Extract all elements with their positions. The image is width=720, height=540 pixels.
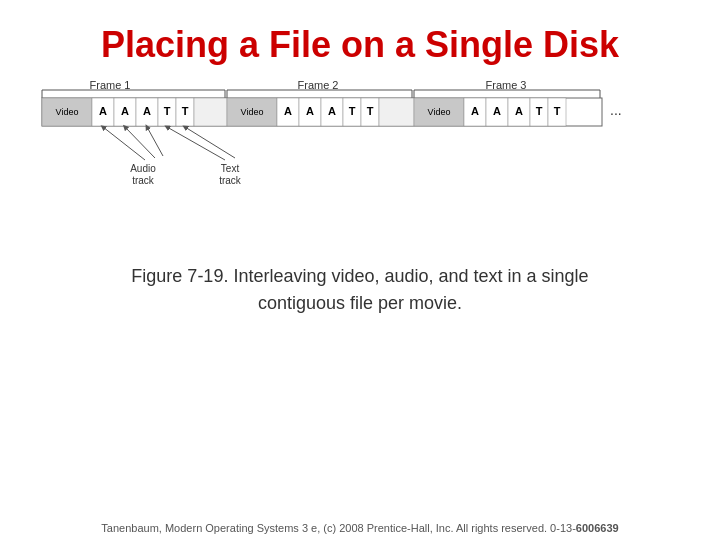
svg-text:A: A [99,105,107,117]
svg-text:Video: Video [428,107,451,117]
footer: Tanenbaum, Modern Operating Systems 3 e,… [0,522,720,534]
svg-text:A: A [143,105,151,117]
svg-text:T: T [554,105,561,117]
page-title: Placing a File on a Single Disk [0,0,720,76]
svg-rect-22 [194,98,227,126]
svg-line-48 [103,127,145,160]
text-track-label: Text [221,163,240,174]
svg-line-51 [167,127,225,160]
svg-text:A: A [515,105,523,117]
svg-text:T: T [349,105,356,117]
ellipsis: ... [610,102,622,118]
audio-track-label: Audio [130,163,156,174]
svg-text:T: T [164,105,171,117]
diagram-svg: Frame 1 Frame 2 Frame 3 Video A A A T T [30,80,690,255]
svg-text:A: A [306,105,314,117]
diagram-container: Frame 1 Frame 2 Frame 3 Video A A A T T [0,80,720,255]
svg-text:track: track [219,175,242,186]
svg-rect-35 [379,98,414,126]
svg-line-52 [185,127,235,158]
caption: Figure 7-19. Interleaving video, audio, … [0,263,720,317]
frame3-label: Frame 3 [486,80,527,91]
svg-text:A: A [328,105,336,117]
svg-line-49 [125,127,155,158]
frame1-label: Frame 1 [90,80,131,91]
svg-text:A: A [493,105,501,117]
svg-text:Video: Video [56,107,79,117]
frame2-label: Frame 2 [298,80,339,91]
svg-text:track: track [132,175,155,186]
svg-text:A: A [471,105,479,117]
svg-text:A: A [284,105,292,117]
svg-text:A: A [121,105,129,117]
svg-text:T: T [182,105,189,117]
svg-text:T: T [536,105,543,117]
svg-text:Video: Video [241,107,264,117]
svg-text:T: T [367,105,374,117]
